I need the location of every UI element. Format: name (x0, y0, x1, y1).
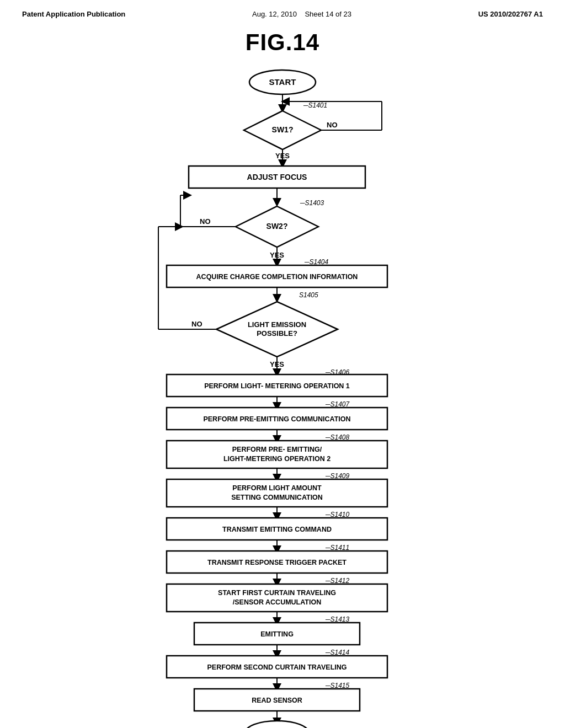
curtain1-rect (167, 584, 387, 612)
curtain2-text: PERFORM SECOND CURTAIN TRAVELING (207, 663, 347, 671)
adjust-focus-text: ADJUST FOCUS (247, 173, 307, 181)
pre-emitting-comm-text: PERFORM PRE-EMITTING COMMUNICATION (203, 415, 350, 423)
transmit-trigger-text: TRANSMIT RESPONSE TRIGGER PACKET (207, 559, 347, 566)
light-amount-rect (167, 479, 387, 507)
page-header: Patent Application Publication Aug. 12, … (0, 0, 565, 18)
s1401-label: ─S1401 (303, 101, 327, 109)
start-label: START (269, 77, 296, 87)
header-center: Aug. 12, 2010 Sheet 14 of 23 (252, 10, 351, 18)
sw1-text: SW1? (272, 125, 294, 134)
header-date: Aug. 12, 2010 (252, 10, 297, 18)
light-emission-text1: LIGHT EMISSION (248, 320, 306, 329)
curtain1-text2: /SENSOR ACCUMULATION (233, 598, 321, 606)
emitting-text: EMITTING (260, 630, 294, 638)
header-left: Patent Application Publication (22, 10, 125, 18)
pre-emitting-op2-text2: LIGHT-METERING OPERATION 2 (223, 455, 331, 463)
light-metering1-text: PERFORM LIGHT- METERING OPERATION 1 (204, 382, 350, 390)
light-emission-text2: POSSIBLE? (257, 329, 297, 338)
sw2-no: NO (200, 217, 211, 226)
light-amount-text1: PERFORM LIGHT AMOUNT (232, 484, 322, 492)
flowchart-svg: START ─S1401 SW1? YES NO ─S1402 (106, 66, 459, 689)
curtain1-text1: START FIRST CURTAIN TRAVELING (218, 589, 336, 597)
emission-no: NO (191, 320, 202, 328)
header-right: US 2010/202767 A1 (478, 10, 543, 18)
pre-emitting-op2-rect (167, 441, 387, 468)
sw2-text: SW2? (266, 222, 288, 231)
flowchart: START ─S1401 SW1? YES NO ─S1402 (106, 66, 459, 691)
header-sheet: Sheet 14 of 23 (305, 10, 351, 18)
transmit-emitting-text: TRANSMIT EMITTING COMMAND (222, 526, 332, 533)
pre-emitting-op2-text1: PERFORM PRE- EMITTING/ (232, 446, 322, 453)
s1405-label: S1405 (299, 291, 318, 299)
read-sensor-text: READ SENSOR (252, 697, 302, 704)
end-oval (245, 721, 309, 728)
fig-title: FIG.14 (246, 29, 319, 56)
sw1-no: NO (327, 121, 338, 129)
diagram-container: FIG.14 START ─S1401 SW1? YES (0, 18, 565, 691)
s1403-label: ─S1403 (300, 199, 324, 207)
acquire-charge-text: ACQUIRE CHARGE COMPLETION INFORMATION (196, 273, 358, 281)
light-amount-text2: SETTING COMMUNICATION (231, 494, 323, 501)
